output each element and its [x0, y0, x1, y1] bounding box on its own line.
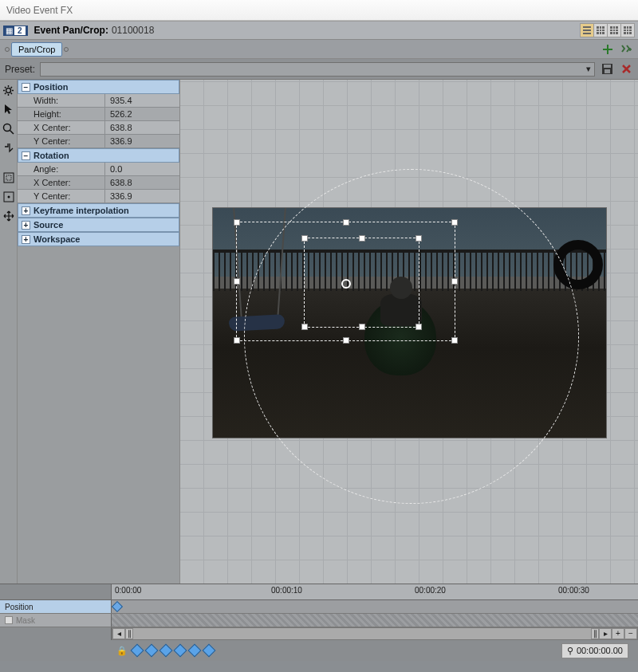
- gear-icon[interactable]: [2, 83, 16, 97]
- view-grid2-button[interactable]: [607, 23, 621, 37]
- crop-center-handle[interactable]: [341, 279, 351, 289]
- handle-e[interactable]: [451, 278, 458, 285]
- track-label-mask[interactable]: Mask: [0, 614, 112, 627]
- scroll-right-button[interactable]: ▸: [599, 628, 612, 639]
- fx-chain-row: Pan/Crop: [0, 40, 638, 59]
- keyframe-timeline: 0:00:00 00:00:10 00:00:20 00:00:30 Posit…: [0, 584, 638, 661]
- move-freely-button[interactable]: [2, 209, 16, 223]
- scroll-thumb[interactable]: ∥: [125, 628, 133, 639]
- chain-badge: ▦2: [3, 26, 28, 36]
- view-grid3-button[interactable]: [620, 23, 635, 37]
- svg-rect-1: [604, 65, 611, 68]
- size-about-center-button[interactable]: [2, 190, 16, 204]
- preset-row: Preset: ▾: [0, 59, 638, 80]
- handle-ne[interactable]: [451, 219, 458, 226]
- handle-s[interactable]: [359, 324, 365, 330]
- timeline-footer: 🔒 ⚲ 00:00:00.00: [0, 640, 638, 661]
- handle-se[interactable]: [451, 337, 458, 344]
- preset-combobox[interactable]: ▾: [40, 62, 595, 77]
- handle-w[interactable]: [234, 278, 240, 285]
- next-keyframe-button[interactable]: [174, 644, 187, 658]
- prop-row-xcenter[interactable]: X Center:638.8: [18, 121, 179, 135]
- zoom-tool[interactable]: [2, 121, 16, 136]
- plugin-header: ▦2 Event Pan/Crop: 01100018: [0, 21, 638, 40]
- handle-n[interactable]: [343, 219, 349, 226]
- add-fx-button[interactable]: [600, 41, 616, 57]
- handle-se[interactable]: [415, 324, 422, 330]
- scroll-thumb-right[interactable]: ∥: [591, 628, 599, 639]
- save-preset-button[interactable]: [600, 62, 614, 77]
- add-keyframe-button[interactable]: [160, 644, 173, 658]
- expand-icon: +: [22, 221, 30, 230]
- prop-row-rot-ycenter[interactable]: Y Center:336.9: [18, 190, 179, 203]
- window-title: Video Event FX: [6, 5, 73, 16]
- timecode-display[interactable]: ⚲ 00:00:00.00: [561, 643, 628, 658]
- prop-row-height[interactable]: Height:526.2: [18, 108, 179, 121]
- ruler-tick: 00:00:10: [271, 586, 302, 595]
- handle-n[interactable]: [359, 235, 365, 242]
- view-grid1-button[interactable]: [593, 23, 608, 37]
- section-rotation[interactable]: −Rotation: [18, 148, 179, 163]
- section-position[interactable]: −Position: [18, 80, 179, 94]
- aspect-lock-button[interactable]: [2, 171, 16, 185]
- scroll-left-button[interactable]: ◂: [112, 628, 125, 639]
- collapse-icon: −: [22, 151, 30, 160]
- chain-node-icon: [5, 47, 10, 52]
- section-source[interactable]: +Source: [18, 218, 179, 232]
- svg-rect-2: [605, 69, 610, 73]
- ruler-tick: 00:00:30: [558, 586, 589, 595]
- plugin-media-id: 01100018: [112, 25, 154, 36]
- track-mask[interactable]: Mask: [0, 614, 638, 627]
- handle-sw[interactable]: [301, 324, 308, 330]
- handle-ne[interactable]: [415, 235, 422, 242]
- snap-tool[interactable]: [2, 140, 16, 155]
- track-position[interactable]: Position: [0, 600, 638, 614]
- lock-icon[interactable]: 🔒: [116, 646, 128, 656]
- svg-point-7: [7, 196, 10, 198]
- plugin-label: Event Pan/Crop:: [34, 25, 108, 36]
- handle-s[interactable]: [343, 337, 349, 344]
- chain-count: 2: [14, 26, 26, 35]
- svg-point-4: [4, 124, 11, 131]
- prev-keyframe-button[interactable]: [145, 644, 159, 658]
- timeline-scrollbar[interactable]: ◂ ∥ ∥ ▸ + −: [0, 627, 638, 640]
- handle-sw[interactable]: [234, 337, 240, 344]
- timecode-value: 00:00:00.00: [577, 646, 623, 655]
- prop-row-ycenter[interactable]: Y Center:336.9: [18, 135, 179, 148]
- first-keyframe-button[interactable]: [131, 644, 144, 658]
- view-mode-group: [581, 23, 635, 37]
- handle-nw[interactable]: [301, 235, 308, 242]
- pointer-tool[interactable]: [2, 102, 16, 116]
- view-list-button[interactable]: [580, 23, 594, 37]
- prop-row-angle[interactable]: Angle:0.0: [18, 163, 179, 176]
- section-keyframe-interp[interactable]: +Keyframe interpolation: [18, 203, 179, 218]
- prop-row-width[interactable]: Width:935.4: [18, 94, 179, 108]
- timeline-ruler[interactable]: 0:00:00 00:00:10 00:00:20 00:00:30: [0, 584, 638, 600]
- expand-icon: +: [22, 235, 30, 244]
- delete-preset-button[interactable]: [619, 62, 633, 77]
- tab-pan-crop[interactable]: Pan/Crop: [11, 42, 62, 57]
- chevron-down-icon: ▾: [583, 64, 594, 74]
- zoom-out-button[interactable]: −: [624, 628, 637, 639]
- tool-column: [0, 80, 18, 584]
- chain-node-icon: [64, 47, 69, 52]
- svg-point-3: [6, 88, 11, 92]
- mask-checkbox[interactable]: [5, 616, 13, 624]
- fx-settings-button[interactable]: [619, 41, 635, 57]
- extra-keyframe-button[interactable]: [203, 644, 216, 658]
- keyframe-marker[interactable]: [112, 601, 123, 612]
- preset-label: Preset:: [5, 64, 35, 75]
- last-keyframe-button[interactable]: [188, 644, 202, 658]
- window-titlebar: Video Event FX: [0, 0, 638, 21]
- preview-canvas[interactable]: [180, 80, 638, 584]
- prop-row-rot-xcenter[interactable]: X Center:638.8: [18, 176, 179, 190]
- sync-cursor-icon: ⚲: [567, 646, 573, 656]
- svg-rect-5: [4, 173, 14, 183]
- ruler-tick: 00:00:20: [415, 586, 446, 595]
- main-area: −Position Width:935.4 Height:526.2 X Cen…: [0, 80, 638, 584]
- section-workspace[interactable]: +Workspace: [18, 232, 179, 246]
- crop-rect-inner[interactable]: [304, 238, 419, 328]
- zoom-in-button[interactable]: +: [612, 628, 624, 639]
- handle-nw[interactable]: [234, 219, 240, 226]
- track-label-position[interactable]: Position: [0, 600, 112, 613]
